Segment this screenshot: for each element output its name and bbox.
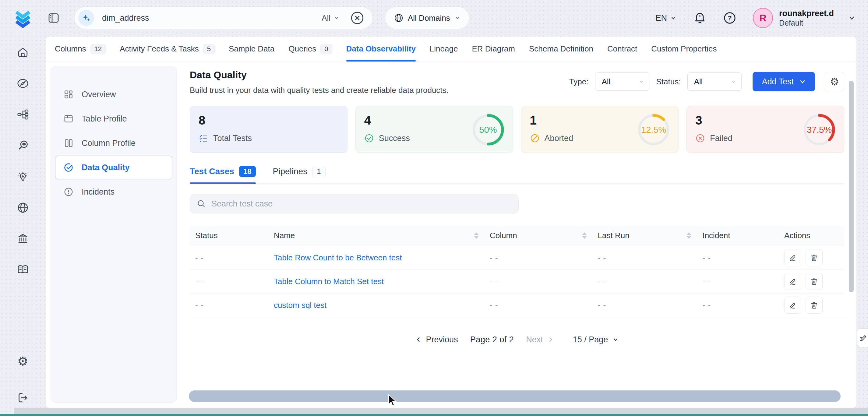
explore-compass-icon[interactable] bbox=[17, 77, 29, 90]
entity-tab-bar: Columns12 Activity Feeds & Tasks5 Sample… bbox=[46, 36, 857, 62]
table-row: - - Table Column to Match Set test - - -… bbox=[190, 269, 844, 293]
logout-icon[interactable] bbox=[17, 392, 29, 404]
avatar: R bbox=[753, 8, 773, 28]
test-case-link[interactable]: Table Row Count to be Between test bbox=[274, 253, 402, 262]
chevron-down-icon bbox=[731, 79, 737, 84]
delete-button[interactable] bbox=[806, 297, 823, 314]
lineage-flow-icon[interactable] bbox=[17, 108, 29, 121]
test-case-search-input[interactable] bbox=[211, 199, 512, 209]
tab-data-observability[interactable]: Data Observability bbox=[346, 36, 416, 61]
tab-pipelines[interactable]: Pipelines 1 bbox=[273, 166, 326, 183]
page-subtitle: Build trust in your data with quality te… bbox=[190, 86, 448, 95]
status-filter-select[interactable]: All bbox=[687, 72, 742, 91]
test-case-link[interactable]: Table Column to Match Set test bbox=[274, 277, 384, 286]
sort-icon[interactable] bbox=[582, 232, 587, 239]
total-tests-card: 8 Total Tests bbox=[190, 106, 347, 153]
tab-columns[interactable]: Columns12 bbox=[55, 36, 106, 61]
tab-schema-definition[interactable]: Schema Definition bbox=[529, 36, 593, 61]
aborted-ban-icon bbox=[530, 133, 540, 143]
chevron-down-icon bbox=[612, 336, 619, 343]
test-cases-table: Status Name Column Last Run Incident Act… bbox=[190, 226, 844, 317]
tab-count-badge: 5 bbox=[203, 44, 215, 54]
next-page-button[interactable]: Next bbox=[526, 335, 554, 345]
settings-gear-icon[interactable]: ⚙ bbox=[18, 355, 28, 367]
sidebar-item-data-quality[interactable]: Data Quality bbox=[55, 156, 173, 180]
user-menu[interactable]: R rounakpreet.d Default bbox=[753, 8, 856, 28]
sidebar-item-column-profile[interactable]: Column Profile bbox=[55, 131, 173, 155]
checklist-icon bbox=[198, 133, 208, 143]
last-run-cell: - - bbox=[592, 246, 697, 269]
chevron-down-icon bbox=[639, 79, 644, 84]
sidebar-item-incidents[interactable]: Incidents bbox=[55, 180, 173, 204]
incident-cell: - - bbox=[697, 246, 779, 269]
help-icon[interactable]: ? bbox=[723, 11, 737, 25]
aborted-donut: 12.5% bbox=[636, 113, 671, 147]
observability-search-eye-icon[interactable] bbox=[17, 139, 29, 152]
insights-lightbulb-icon[interactable] bbox=[17, 170, 29, 183]
page-title: Data Quality bbox=[190, 69, 448, 81]
tab-sample-data[interactable]: Sample Data bbox=[229, 36, 274, 61]
last-run-cell: - - bbox=[592, 269, 697, 293]
window-bottom-scrollbar[interactable] bbox=[14, 408, 868, 414]
column-cell: - - bbox=[484, 246, 592, 269]
feedback-widget-tab[interactable] bbox=[857, 328, 868, 347]
trash-icon bbox=[810, 253, 818, 262]
trash-icon bbox=[810, 277, 818, 286]
tab-queries[interactable]: Queries0 bbox=[288, 36, 332, 61]
tab-contract[interactable]: Contract bbox=[607, 36, 637, 61]
chevron-down-icon bbox=[670, 14, 677, 21]
tab-test-cases[interactable]: Test Cases 18 bbox=[190, 166, 256, 183]
home-icon[interactable] bbox=[17, 46, 29, 59]
clear-search-icon[interactable] bbox=[350, 11, 365, 25]
test-case-link[interactable]: custom sql test bbox=[274, 300, 327, 310]
grid-icon bbox=[63, 89, 74, 100]
notifications-bell-icon[interactable] bbox=[693, 11, 707, 25]
chevron-down-icon bbox=[848, 14, 856, 22]
add-test-button[interactable]: Add Test bbox=[752, 72, 815, 91]
chevron-down-icon bbox=[455, 15, 461, 21]
openmetadata-logo-icon[interactable] bbox=[13, 8, 32, 28]
edit-button[interactable] bbox=[784, 249, 801, 266]
test-cases-count-badge: 18 bbox=[239, 166, 256, 177]
data-quality-main: Data Quality Build trust in your data wi… bbox=[177, 62, 857, 408]
col-name[interactable]: Name bbox=[268, 226, 484, 246]
column-cell: - - bbox=[484, 293, 592, 317]
sidebar-toggle-icon[interactable] bbox=[48, 12, 60, 24]
quality-settings-button[interactable]: ⚙ bbox=[825, 72, 844, 91]
edit-button[interactable] bbox=[784, 297, 801, 314]
aborted-tests-card: 1 Aborted bbox=[521, 106, 679, 153]
tab-custom-properties[interactable]: Custom Properties bbox=[651, 36, 717, 61]
page-size-select[interactable]: 15 / Page bbox=[573, 335, 619, 345]
col-last-run[interactable]: Last Run bbox=[592, 226, 697, 246]
sort-icon[interactable] bbox=[474, 232, 479, 239]
tab-activity-feeds[interactable]: Activity Feeds & Tasks5 bbox=[120, 36, 215, 61]
domains-dropdown[interactable]: All Domains bbox=[385, 7, 469, 29]
summary-cards: 8 Total Tests bbox=[190, 106, 844, 153]
glossary-book-icon[interactable] bbox=[17, 264, 29, 276]
tab-er-diagram[interactable]: ER Diagram bbox=[472, 36, 515, 61]
delete-button[interactable] bbox=[806, 273, 823, 290]
language-selector[interactable]: EN bbox=[655, 13, 677, 23]
failed-x-icon bbox=[695, 133, 705, 143]
alert-circle-icon bbox=[63, 187, 74, 197]
col-column[interactable]: Column bbox=[484, 226, 592, 246]
govern-bank-icon[interactable] bbox=[17, 233, 29, 245]
vertical-scrollbar[interactable] bbox=[849, 81, 854, 292]
domains-globe-icon[interactable] bbox=[17, 202, 29, 214]
type-filter-select[interactable]: All bbox=[595, 72, 649, 91]
edit-button[interactable] bbox=[784, 273, 801, 290]
tab-lineage[interactable]: Lineage bbox=[430, 36, 458, 61]
table-header-row: Status Name Column Last Run Incident Act… bbox=[190, 226, 844, 246]
global-search-input[interactable] bbox=[102, 13, 321, 23]
sort-icon[interactable] bbox=[686, 232, 691, 239]
sidebar-item-overview[interactable]: Overview bbox=[55, 83, 173, 106]
sidebar-item-table-profile[interactable]: Table Profile bbox=[55, 107, 173, 131]
delete-button[interactable] bbox=[806, 249, 823, 266]
previous-page-button[interactable]: Previous bbox=[415, 335, 458, 345]
tab-count-badge: 0 bbox=[320, 44, 332, 54]
horizontal-scrollbar[interactable] bbox=[189, 390, 841, 402]
search-scope-dropdown[interactable]: All bbox=[321, 13, 340, 23]
failed-tests-card: 3 Failed bbox=[686, 106, 844, 153]
test-case-search bbox=[190, 194, 519, 214]
chevron-down-icon bbox=[334, 15, 340, 21]
